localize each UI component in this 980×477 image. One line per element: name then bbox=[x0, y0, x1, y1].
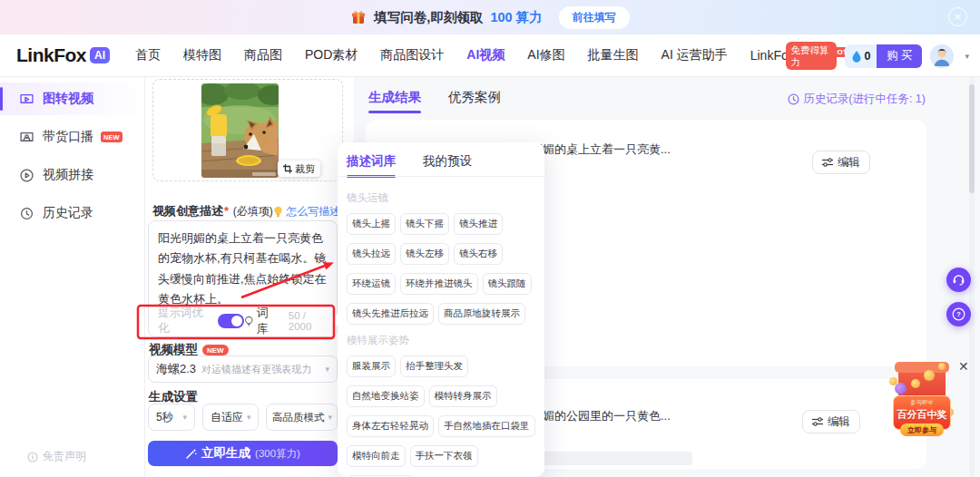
nav-item-首页[interactable]: 首页 bbox=[135, 47, 161, 63]
support-button[interactable] bbox=[946, 268, 971, 292]
nav-item-POD素材[interactable]: POD素材 bbox=[305, 47, 358, 63]
prompt-chip[interactable]: 镜头推进 bbox=[454, 213, 503, 235]
logo-ai-badge: AI bbox=[90, 47, 110, 63]
crop-button[interactable]: 裁剪 bbox=[278, 161, 320, 177]
prompt-chip[interactable]: 自然地变换站姿 bbox=[347, 385, 425, 407]
sidebar-item-视频拼接[interactable]: 视频拼接 bbox=[0, 159, 144, 191]
model-select[interactable]: 海螺2.3 对运镜描述有更强表现力 ▾ bbox=[148, 355, 338, 383]
model-new-badge: NEW bbox=[202, 345, 229, 355]
nav-item-模特图[interactable]: 模特图 bbox=[183, 47, 221, 63]
history-clock-icon bbox=[788, 93, 799, 105]
user-avatar-icon bbox=[930, 44, 954, 68]
prompt-chip[interactable]: 镜头上摇 bbox=[347, 213, 396, 235]
prompt-optimize-toggle[interactable] bbox=[218, 314, 244, 328]
talking-host-icon bbox=[20, 131, 34, 144]
gift-icon bbox=[350, 9, 367, 25]
water-drop-icon bbox=[851, 50, 862, 63]
avatar[interactable] bbox=[930, 44, 954, 68]
history-link[interactable]: 历史记录(进行中任务: 1) bbox=[788, 92, 926, 107]
prompt-chip[interactable]: 服装展示 bbox=[347, 355, 396, 377]
nav-item-批量生图[interactable]: 批量生图 bbox=[588, 47, 639, 63]
promo-banner: 填写问卷,即刻领取 100 算力 前往填写 ✕ bbox=[0, 0, 980, 34]
prompt-chip[interactable]: 手自然地插在口袋里 bbox=[438, 415, 535, 437]
promo-subtitle: 参与即中 bbox=[910, 399, 934, 407]
prompt-chip[interactable]: 镜头先推进后拉远 bbox=[347, 303, 434, 325]
buy-button[interactable]: 购买 bbox=[877, 44, 922, 68]
chevron-down-icon: ▾ bbox=[325, 413, 333, 422]
prompt-chip[interactable]: 模特向前走 bbox=[347, 445, 406, 467]
prompt-chip[interactable]: 镜头左移 bbox=[400, 243, 449, 265]
chip-row: 镜头拉远镜头左移镜头右移 bbox=[347, 243, 537, 265]
nav-item-AI 运营助手[interactable]: AI 运营助手 bbox=[662, 47, 728, 63]
char-counter: 50 / 2000 bbox=[289, 310, 330, 332]
edit-button[interactable]: 编辑 bbox=[812, 151, 870, 174]
prompt-text[interactable]: 阳光明媚的桌上立着一只亮黄色的宠物水杯,有只柯基在喝水。镜头缓慢向前推进,焦点始… bbox=[158, 229, 328, 309]
prompt-chip[interactable]: 镜头跟随 bbox=[483, 273, 532, 295]
prompt-chip[interactable]: 手扶一下衣领 bbox=[410, 445, 478, 467]
logo-text: LinkFox bbox=[16, 44, 86, 66]
pet-photo bbox=[201, 83, 279, 178]
ratio-select[interactable]: 自适应 ▾ bbox=[202, 404, 259, 431]
headset-icon bbox=[952, 273, 965, 287]
scrollbar-thumb[interactable] bbox=[969, 84, 975, 193]
prompt-chip[interactable]: 抬手整理头发 bbox=[400, 355, 468, 377]
uploaded-image-preview[interactable] bbox=[201, 83, 279, 178]
question-icon: ? bbox=[952, 307, 965, 321]
lottery-promo-widget[interactable]: 参与即中 百分百中奖 立即参与 bbox=[887, 361, 956, 446]
nav-item-AI修图[interactable]: AI修图 bbox=[527, 47, 564, 63]
duration-select[interactable]: 5秒 ▾ bbox=[148, 404, 195, 431]
results-tab-生成结果[interactable]: 生成结果 bbox=[368, 89, 421, 113]
promo-close-icon[interactable]: ✕ bbox=[958, 359, 969, 374]
banner-cta-button[interactable]: 前往填写 bbox=[559, 6, 630, 29]
chip-row: 镜头先推进后拉远商品原地旋转展示 bbox=[347, 303, 537, 325]
results-tab-优秀案例[interactable]: 优秀案例 bbox=[448, 89, 501, 113]
prompt-optimize-label: 提示词优化 bbox=[158, 306, 212, 336]
nav-item-商品图设计[interactable]: 商品图设计 bbox=[380, 47, 444, 63]
sidebar-item-label: 带货口播 bbox=[43, 129, 93, 145]
edit-button[interactable]: 编辑 bbox=[802, 410, 860, 433]
popup-tab-我的预设[interactable]: 我的预设 bbox=[423, 153, 472, 178]
quality-select[interactable]: 高品质模式 ▾ bbox=[266, 404, 338, 431]
prompt-chip[interactable]: 商品原地旋转展示 bbox=[438, 303, 525, 325]
generate-button[interactable]: 立即生成 (300算力) bbox=[148, 441, 338, 466]
credits-count: 0 bbox=[865, 50, 871, 63]
prompt-chip[interactable]: 镜头下摇 bbox=[400, 213, 449, 235]
chip-row: 自然地变换站姿模特转身展示 bbox=[347, 385, 537, 407]
crop-label: 裁剪 bbox=[295, 162, 315, 176]
linkfox-logo[interactable]: LinkFox AI bbox=[16, 44, 110, 66]
prompt-chip[interactable]: 身体左右轻轻晃动 bbox=[347, 415, 434, 437]
sliders-icon bbox=[812, 416, 823, 427]
sidebar-item-历史记录[interactable]: 历史记录 bbox=[0, 197, 144, 229]
free-credits-button[interactable]: 免费得算力 bbox=[786, 42, 837, 70]
thesaurus-button[interactable]: 词库 bbox=[244, 305, 279, 337]
prompt-editor[interactable]: 阳光明媚的桌上立着一只亮黄色的宠物水杯,有只柯基在喝水。镜头缓慢向前推进,焦点始… bbox=[148, 220, 338, 337]
account-chevron-down-icon[interactable]: ▾ bbox=[965, 52, 969, 61]
sidebar: 图转视频带货口播NEW视频拼接历史记录 免责声明 bbox=[0, 77, 145, 477]
composer-panel: 裁剪 视频创意描述* (必填项) 怎么写描述? 阳光明媚的桌上立着一只亮黄色的宠… bbox=[145, 77, 354, 477]
sidebar-item-label: 视频拼接 bbox=[43, 167, 93, 183]
svg-text:?: ? bbox=[956, 310, 961, 318]
info-icon bbox=[27, 452, 38, 462]
prompt-chip[interactable]: 模特转身展示 bbox=[429, 385, 497, 407]
prompt-chip[interactable]: 环绕并推进镜头 bbox=[400, 273, 478, 295]
nav-item-商品图[interactable]: 商品图 bbox=[244, 47, 282, 63]
sidebar-item-带货口播[interactable]: 带货口播NEW bbox=[0, 121, 144, 153]
popup-tab-描述词库[interactable]: 描述词库 bbox=[347, 153, 396, 178]
chip-row: 服装展示抬手整理头发 bbox=[347, 355, 537, 377]
help-button[interactable]: ? bbox=[946, 302, 971, 326]
prompt-chip[interactable]: 镜头拉远 bbox=[347, 243, 396, 265]
bulb-outline-icon bbox=[244, 316, 254, 327]
promo-cta-button[interactable]: 立即参与 bbox=[900, 423, 944, 436]
credits-pill: 0 购买 bbox=[845, 44, 923, 68]
chevron-down-icon: ▾ bbox=[179, 413, 187, 422]
prompt-chip[interactable]: 环绕运镜 bbox=[347, 273, 396, 295]
chip-row: 身体左右轻轻晃动手自然地插在口袋里 bbox=[347, 415, 537, 437]
banner-close-icon[interactable]: ✕ bbox=[948, 7, 967, 26]
sidebar-item-图转视频[interactable]: 图转视频 bbox=[0, 83, 144, 115]
nav-item-AI视频[interactable]: AI视频 bbox=[466, 47, 505, 63]
disclaimer-link[interactable]: 免责声明 bbox=[27, 449, 86, 464]
prompt-chip[interactable]: 镜头右移 bbox=[454, 243, 503, 265]
promo-banner-card[interactable]: 参与即中 百分百中奖 立即参与 bbox=[893, 395, 951, 430]
banner-text: 填写问卷,即刻领取 bbox=[374, 9, 483, 26]
how-to-write-link[interactable]: 怎么写描述? bbox=[273, 204, 347, 219]
